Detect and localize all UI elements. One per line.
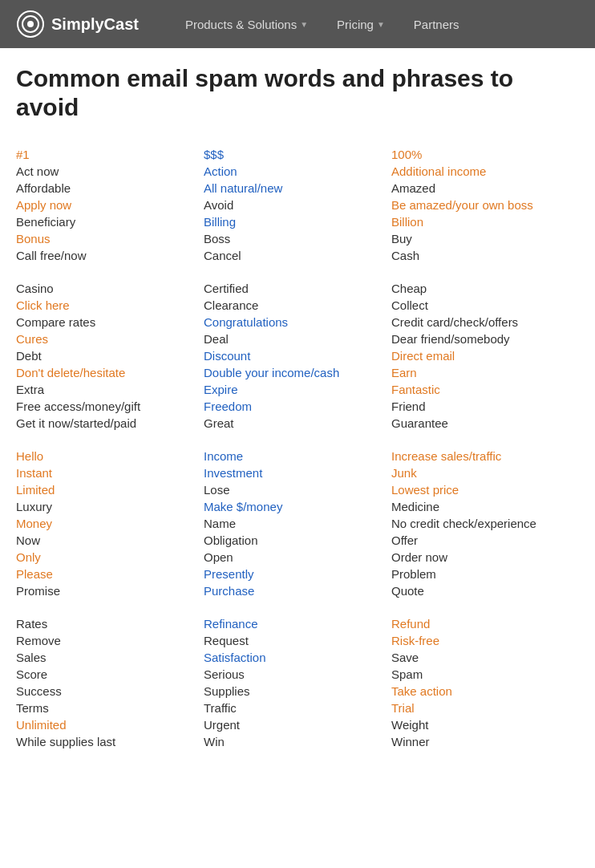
spam-cell: Bonus xyxy=(16,230,204,247)
spam-cell: Instant xyxy=(16,464,204,481)
spam-cell: Score xyxy=(16,666,204,683)
spam-cell: Credit card/check/offers xyxy=(391,314,579,331)
spam-cell: $$$ xyxy=(204,146,391,163)
spam-cell: Win xyxy=(204,733,391,750)
spam-cell: Money xyxy=(16,515,204,532)
spam-cell: Now xyxy=(16,532,204,549)
spam-cell: Satisfaction xyxy=(204,649,391,666)
spam-cell: Expire xyxy=(204,381,391,398)
spam-cell: Lowest price xyxy=(391,481,579,498)
spam-cell: Make $/money xyxy=(204,498,391,515)
spam-cell: Affordable xyxy=(16,180,204,197)
nav-pricing[interactable]: Pricing ▼ xyxy=(322,0,399,48)
spam-cell: Friend xyxy=(391,398,579,415)
page-title: Common email spam words and phrases to a… xyxy=(16,64,579,122)
spam-cell: Investment xyxy=(204,464,391,481)
table-row: TermsTrafficTrial xyxy=(16,700,579,716)
nav-partners[interactable]: Partners xyxy=(399,0,474,48)
spam-cell: Great xyxy=(204,415,391,432)
navbar: SimplyCast Products & Solutions ▼ Pricin… xyxy=(0,0,595,48)
spam-cell: Limited xyxy=(16,481,204,498)
spam-cell: Avoid xyxy=(204,197,391,213)
spam-cell: Buy xyxy=(391,230,579,247)
table-row: Click hereClearanceCollect xyxy=(16,297,579,314)
spam-cell: Fantastic xyxy=(391,381,579,398)
spacer-cell xyxy=(16,264,579,280)
spam-words-table: #1$$$100%Act nowActionAdditional incomeA… xyxy=(16,146,579,750)
svg-point-2 xyxy=(27,21,34,27)
table-row: #1$$$100% xyxy=(16,146,579,163)
table-row: BonusBossBuy xyxy=(16,230,579,247)
spam-cell: #1 xyxy=(16,146,204,163)
spam-cell: Name xyxy=(204,515,391,532)
spam-cell: Boss xyxy=(204,230,391,247)
spam-cell: Order now xyxy=(391,549,579,566)
spam-cell: Guarantee xyxy=(391,415,579,432)
spacer-cell xyxy=(16,432,579,448)
table-row: PromisePurchaseQuote xyxy=(16,582,579,599)
spam-cell: Clearance xyxy=(204,297,391,314)
table-row: DebtDiscountDirect email xyxy=(16,347,579,364)
spam-cell: Lose xyxy=(204,481,391,498)
logo-text: SimplyCast xyxy=(51,15,139,34)
spam-cell: Spam xyxy=(391,666,579,683)
spam-cell: Amazed xyxy=(391,180,579,197)
table-row: Don't delete/hesitateDouble your income/… xyxy=(16,364,579,381)
spam-cell: Urgent xyxy=(204,716,391,733)
spam-cell: Extra xyxy=(16,381,204,398)
spam-cell: Please xyxy=(16,566,204,582)
spam-cell: Income xyxy=(204,448,391,464)
spam-cell: Increase sales/traffic xyxy=(391,448,579,464)
spam-cell: Deal xyxy=(204,331,391,347)
spam-cell: Refund xyxy=(391,615,579,632)
table-row: AffordableAll natural/newAmazed xyxy=(16,180,579,197)
nav-pricing-label: Pricing xyxy=(337,18,374,31)
spam-cell: Certified xyxy=(204,280,391,297)
logo-icon xyxy=(16,10,45,39)
table-row: RemoveRequestRisk-free xyxy=(16,632,579,649)
spam-cell: Discount xyxy=(204,347,391,364)
spam-cell: Casino xyxy=(16,280,204,297)
spam-cell: Call free/now xyxy=(16,247,204,264)
spam-cell: Collect xyxy=(391,297,579,314)
spam-cell: 100% xyxy=(391,146,579,163)
spam-cell: While supplies last xyxy=(16,733,204,750)
spam-cell: Get it now/started/paid xyxy=(16,415,204,432)
spam-cell: Weight xyxy=(391,716,579,733)
table-row: NowObligationOffer xyxy=(16,532,579,549)
table-row: Call free/nowCancelCash xyxy=(16,247,579,264)
spam-cell: Cash xyxy=(391,247,579,264)
spam-cell: Luxury xyxy=(16,498,204,515)
table-row: LimitedLoseLowest price xyxy=(16,481,579,498)
spam-cell: Cures xyxy=(16,331,204,347)
spam-cell: Traffic xyxy=(204,700,391,716)
logo[interactable]: SimplyCast xyxy=(16,10,139,39)
spam-cell: Billing xyxy=(204,213,391,230)
spam-cell: Risk-free xyxy=(391,632,579,649)
spam-cell: Compare rates xyxy=(16,314,204,331)
spam-cell: Freedom xyxy=(204,398,391,415)
spam-cell: Purchase xyxy=(204,582,391,599)
table-row: Act nowActionAdditional income xyxy=(16,163,579,180)
table-row: BeneficiaryBillingBillion xyxy=(16,213,579,230)
table-row: MoneyNameNo credit check/experience xyxy=(16,515,579,532)
table-row: CasinoCertifiedCheap xyxy=(16,280,579,297)
spam-cell: Sales xyxy=(16,649,204,666)
page-content: Common email spam words and phrases to a… xyxy=(0,48,595,774)
spam-cell: Direct email xyxy=(391,347,579,364)
spam-cell: Click here xyxy=(16,297,204,314)
spam-cell: Apply now xyxy=(16,197,204,213)
spam-cell: Request xyxy=(204,632,391,649)
nav-products[interactable]: Products & Solutions ▼ xyxy=(171,0,322,48)
spam-cell: Billion xyxy=(391,213,579,230)
table-row: HelloIncomeIncrease sales/traffic xyxy=(16,448,579,464)
table-row: CuresDealDear friend/somebody xyxy=(16,331,579,347)
spam-cell: Congratulations xyxy=(204,314,391,331)
spam-cell: Additional income xyxy=(391,163,579,180)
spam-cell: Cancel xyxy=(204,247,391,264)
table-row: While supplies lastWinWinner xyxy=(16,733,579,750)
spam-cell: Serious xyxy=(204,666,391,683)
table-row: OnlyOpenOrder now xyxy=(16,549,579,566)
nav-products-arrow: ▼ xyxy=(300,20,308,29)
spam-cell: Medicine xyxy=(391,498,579,515)
